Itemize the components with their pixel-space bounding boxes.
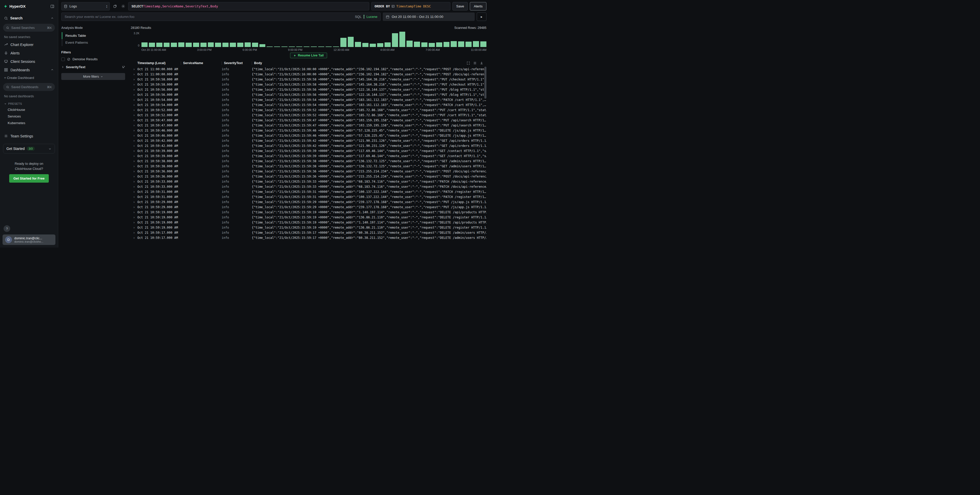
preset-services[interactable]: Services [0, 113, 58, 119]
row-expand-chevron[interactable]: › [131, 154, 137, 158]
pin-icon[interactable] [122, 65, 125, 69]
row-expand-chevron[interactable]: › [131, 195, 137, 199]
save-button[interactable]: Save [452, 2, 468, 11]
histogram-bar[interactable] [223, 43, 229, 47]
table-row[interactable]: ›Oct 21 10:59:19.000 AMinfo{"time_local"… [131, 215, 487, 220]
histogram-bar[interactable] [142, 42, 148, 47]
language-sql-toggle[interactable]: SQL [355, 15, 361, 19]
table-row[interactable]: ›Oct 21 10:59:46.000 AMinfo{"time_local"… [131, 128, 487, 133]
histogram-bar[interactable] [340, 38, 347, 47]
row-expand-chevron[interactable]: › [131, 221, 137, 224]
histogram-bar[interactable] [215, 43, 221, 47]
table-row[interactable]: ›Oct 21 10:59:36.000 AMinfo{"time_local"… [131, 174, 487, 179]
histogram-bar[interactable] [296, 46, 302, 47]
histogram-bar[interactable] [274, 46, 280, 47]
user-menu[interactable]: D dominic.tran@clic... dominic.tran@clic… [3, 234, 56, 245]
presets-toggle[interactable]: PRESETS [0, 100, 58, 106]
table-row[interactable]: ›Oct 21 10:59:19.000 AMinfo{"time_local"… [131, 210, 487, 215]
sidebar-item-team-settings[interactable]: Team Settings [0, 132, 58, 140]
table-row[interactable]: ›Oct 21 10:59:42.000 AMinfo{"time_local"… [131, 138, 487, 143]
language-lucene-toggle[interactable]: Lucene [366, 15, 377, 19]
histogram-bar[interactable] [156, 43, 162, 47]
table-row[interactable]: ›Oct 21 10:59:36.000 AMinfo{"time_local"… [131, 169, 487, 174]
histogram-bar[interactable] [318, 46, 324, 47]
get-started-toggle[interactable]: Get Started 3/3 [3, 144, 55, 153]
histogram-bar[interactable] [171, 43, 177, 47]
histogram-bar[interactable] [237, 43, 243, 47]
table-row[interactable]: ›Oct 21 10:59:56.000 AMinfo{"time_local"… [131, 87, 487, 92]
date-range-picker[interactable]: Oct 20 11:00:00 - Oct 21 11:00:00 [383, 13, 475, 21]
histogram-bar[interactable] [200, 43, 207, 47]
row-expand-chevron[interactable]: › [131, 216, 137, 219]
histogram-bar[interactable] [436, 42, 442, 47]
histogram-bar[interactable] [348, 37, 354, 47]
table-row[interactable]: ›Oct 21 10:59:52.000 AMinfo{"time_local"… [131, 108, 487, 113]
histogram-bar[interactable] [230, 43, 236, 47]
row-expand-chevron[interactable]: › [131, 113, 137, 117]
row-expand-chevron[interactable]: › [131, 149, 137, 153]
histogram-bar[interactable] [245, 42, 251, 47]
order-by-input[interactable]: ORDER BY TimestampTime DESC [371, 2, 450, 11]
table-row[interactable]: ›Oct 21 10:59:33.000 AMinfo{"time_local"… [131, 179, 487, 184]
table-row[interactable]: ›Oct 21 10:59:29.000 AMinfo{"time_local"… [131, 205, 487, 210]
chevron-up-icon[interactable] [51, 68, 54, 72]
mode-event-patterns[interactable]: Event Patterns [62, 39, 125, 46]
column-body[interactable]: Body [252, 61, 466, 65]
row-expand-chevron[interactable]: › [131, 103, 137, 107]
histogram-bar[interactable] [289, 46, 295, 47]
histogram-bar[interactable] [178, 42, 185, 47]
gear-icon[interactable] [120, 3, 126, 10]
table-row[interactable]: ›Oct 21 10:59:17.000 AMinfo{"time_local"… [131, 230, 487, 235]
table-row[interactable]: ›Oct 21 10:59:38.000 AMinfo{"time_local"… [131, 164, 487, 169]
histogram-bar[interactable] [355, 42, 361, 47]
histogram-bar[interactable] [480, 41, 487, 47]
table-row[interactable]: ›Oct 21 10:59:19.000 AMinfo{"time_local"… [131, 220, 487, 225]
histogram-bar[interactable] [311, 46, 317, 47]
search-input[interactable]: Search your events w/ Lucene ex. column:… [61, 13, 381, 21]
sidebar-item-chart-explorer[interactable]: Chart Explorer [0, 40, 58, 49]
row-expand-chevron[interactable]: › [131, 170, 137, 173]
table-row[interactable]: ›Oct 21 10:59:17.000 AMinfo{"time_local"… [131, 235, 487, 240]
histogram-bar[interactable] [304, 46, 310, 47]
table-row[interactable]: ›Oct 21 10:59:58.000 AMinfo{"time_local"… [131, 82, 487, 87]
table-row[interactable]: ›Oct 21 10:59:31.000 AMinfo{"time_local"… [131, 194, 487, 199]
table-row[interactable]: ›Oct 21 10:59:39.000 AMinfo{"time_local"… [131, 148, 487, 153]
row-expand-chevron[interactable]: › [131, 124, 137, 127]
histogram-bar[interactable] [414, 41, 420, 47]
row-expand-chevron[interactable]: › [131, 180, 137, 183]
row-expand-chevron[interactable]: › [131, 134, 137, 137]
row-expand-chevron[interactable]: › [131, 185, 137, 188]
histogram-bar[interactable] [466, 41, 472, 47]
row-expand-chevron[interactable]: › [131, 129, 137, 132]
histogram-bar[interactable] [193, 43, 199, 47]
sidebar-item-client-sessions[interactable]: Client Sessions [0, 57, 58, 66]
row-expand-chevron[interactable]: › [131, 164, 137, 168]
row-expand-chevron[interactable]: › [131, 159, 137, 163]
select-columns-input[interactable]: SELECT Timestamp,ServiceName,SeverityTex… [128, 2, 369, 11]
sidebar-item-alerts[interactable]: Alerts [0, 49, 58, 57]
row-expand-chevron[interactable]: › [131, 210, 137, 214]
expand-table-icon[interactable] [466, 61, 470, 65]
more-filters-button[interactable]: More filters [61, 73, 125, 80]
table-row[interactable]: ›Oct 21 11:00:00.000 AMinfo{"time_local"… [131, 67, 487, 72]
preset-clickhouse[interactable]: ClickHouse [0, 106, 58, 113]
table-row[interactable]: ›Oct 21 10:59:42.000 AMinfo{"time_local"… [131, 143, 487, 148]
table-row[interactable]: ›Oct 21 10:59:31.000 AMinfo{"time_local"… [131, 189, 487, 194]
row-expand-chevron[interactable]: › [131, 98, 137, 102]
create-dashboard-link[interactable]: + Create Dashboard [0, 74, 58, 81]
histogram-bar[interactable] [267, 46, 273, 47]
histogram-bar[interactable] [377, 43, 383, 47]
table-row[interactable]: ›Oct 21 10:59:29.000 AMinfo{"time_local"… [131, 199, 487, 205]
histogram-bar[interactable] [333, 46, 339, 47]
histogram-bar[interactable] [282, 46, 288, 47]
histogram-bar[interactable] [326, 46, 332, 47]
row-expand-chevron[interactable]: › [131, 83, 137, 86]
row-expand-chevron[interactable]: › [131, 236, 137, 240]
saved-searches-input[interactable]: Saved Searches ⌘K [3, 24, 55, 32]
table-row[interactable]: ›Oct 21 10:59:33.000 AMinfo{"time_local"… [131, 184, 487, 189]
checkbox[interactable] [61, 57, 65, 61]
table-row[interactable]: ›Oct 21 10:59:39.000 AMinfo{"time_local"… [131, 153, 487, 159]
histogram-bar[interactable] [444, 42, 450, 47]
row-expand-chevron[interactable]: › [131, 93, 137, 97]
histogram-bar[interactable] [149, 43, 155, 47]
